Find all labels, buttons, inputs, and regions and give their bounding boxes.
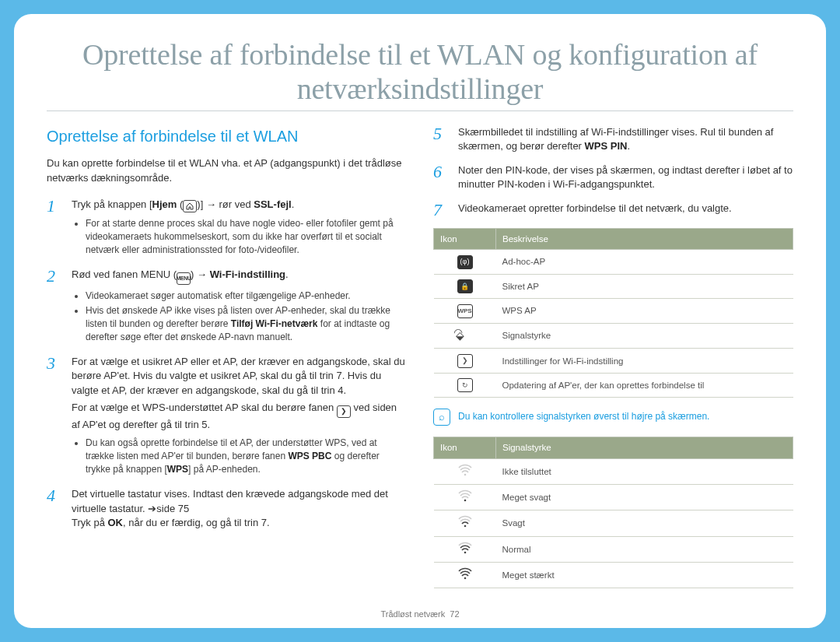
paragraph: For at vælge et usikret AP eller et AP, … bbox=[72, 355, 407, 398]
table-row: Ikke tilsluttet bbox=[434, 458, 793, 484]
paragraph: Det virtuelle tastatur vises. Indtast de… bbox=[72, 487, 407, 516]
step-3: 3 For at vælge et usikret AP eller et AP… bbox=[47, 355, 407, 478]
paragraph: For at vælge et WPS-understøttet AP skal… bbox=[72, 401, 407, 432]
step-number: 7 bbox=[433, 202, 449, 219]
table-row: ⬙◠ Signalstyrke bbox=[434, 323, 793, 349]
wifi-signal-icon bbox=[434, 458, 496, 484]
step-1: 1 Tryk på knappen [Hjem ()] → rør ved SS… bbox=[47, 198, 407, 258]
intro-text: Du kan oprette forbindelse til et WLAN v… bbox=[47, 156, 407, 185]
th-desc: Beskrivelse bbox=[496, 228, 793, 249]
step-number: 6 bbox=[433, 163, 449, 192]
table-row: Meget svagt bbox=[434, 484, 793, 510]
wps-icon: WPS bbox=[457, 304, 473, 318]
step-5: 5 Skærmbilledet til indstilling af Wi-Fi… bbox=[433, 125, 793, 154]
note: ⌕ Du kan kontrollere signalstyrken øvers… bbox=[433, 409, 793, 426]
step-6: 6 Noter den PIN-kode, der vises på skærm… bbox=[433, 163, 793, 192]
chevron-right-icon: ❯ bbox=[337, 405, 351, 418]
footer-page: 72 bbox=[450, 609, 459, 619]
th-icon: Ikon bbox=[434, 437, 496, 458]
menu-icon: MENU bbox=[177, 272, 191, 285]
icon-description-table: Ikon Beskrivelse (φ) Ad-hoc-AP 🔒 Sikret … bbox=[433, 228, 793, 398]
chevron-right-icon: ❯ bbox=[457, 354, 473, 368]
refresh-icon: ↻ bbox=[457, 378, 473, 392]
wifi-signal-icon bbox=[434, 536, 496, 562]
th-icon: Ikon bbox=[434, 228, 496, 249]
table-row: ❯ Indstillinger for Wi-Fi-indstilling bbox=[434, 349, 793, 373]
table-row: (φ) Ad-hoc-AP bbox=[434, 250, 793, 274]
footer-section: Trådløst netværk bbox=[380, 609, 445, 619]
wifi-signal-icon bbox=[434, 510, 496, 536]
step-number: 4 bbox=[47, 487, 62, 530]
table-row: Svagt bbox=[434, 510, 793, 536]
columns: Oprettelse af forbindelse til et WLAN Du… bbox=[47, 125, 793, 599]
table-row: ↻ Opdatering af AP'er, der kan oprettes … bbox=[434, 373, 793, 397]
bullet: Du kan også oprette forbindelse til et A… bbox=[86, 437, 407, 476]
page: Oprettelse af forbindelse til et WLAN og… bbox=[14, 14, 826, 628]
column-right: 5 Skærmbilledet til indstilling af Wi-Fi… bbox=[433, 125, 793, 599]
column-left: Oprettelse af forbindelse til et WLAN Du… bbox=[47, 125, 407, 599]
th-signal: Signalstyrke bbox=[496, 437, 793, 458]
svg-point-1 bbox=[464, 500, 466, 502]
paragraph: Tryk på OK, når du er færdig, og gå til … bbox=[72, 516, 407, 530]
step-number: 1 bbox=[47, 198, 62, 258]
page-title: Oprettelse af forbindelse til et WLAN og… bbox=[47, 37, 793, 111]
bullet: For at starte denne proces skal du have … bbox=[86, 217, 407, 257]
lock-icon: 🔒 bbox=[457, 279, 473, 293]
magnifier-icon: ⌕ bbox=[433, 409, 450, 426]
adhoc-icon: (φ) bbox=[457, 255, 473, 269]
table-row: Meget stærkt bbox=[434, 562, 793, 588]
svg-point-2 bbox=[464, 525, 466, 528]
home-icon bbox=[183, 200, 197, 212]
footer: Trådløst netværk 72 bbox=[14, 609, 826, 619]
bullet: Hvis det ønskede AP ikke vises på listen… bbox=[86, 304, 407, 344]
bullet: Videokameraet søger automatisk efter til… bbox=[86, 289, 407, 303]
step-number: 2 bbox=[47, 268, 62, 346]
wifi-signal-icon bbox=[434, 562, 496, 588]
step-2: 2 Rød ved fanen MENU (MENU) → Wi-Fi-inds… bbox=[47, 268, 407, 346]
step-number: 5 bbox=[433, 125, 449, 154]
svg-point-4 bbox=[464, 577, 466, 580]
wifi-signal-icon bbox=[434, 484, 496, 510]
step-number: 3 bbox=[47, 355, 62, 478]
svg-point-0 bbox=[464, 473, 466, 475]
section-heading: Oprettelse af forbindelse til et WLAN bbox=[47, 125, 407, 147]
step-body: Tryk på knappen [Hjem ()] → rør ved SSL-… bbox=[72, 198, 407, 258]
table-row: WPS WPS AP bbox=[434, 298, 793, 323]
table-row: 🔒 Sikret AP bbox=[434, 274, 793, 298]
signal-strength-table: Ikon Signalstyrke Ikke tilsluttet Meget … bbox=[433, 437, 793, 588]
step-4: 4 Det virtuelle tastatur vises. Indtast … bbox=[47, 487, 407, 530]
step-7: 7 Videokameraet opretter forbindelse til… bbox=[433, 202, 793, 219]
note-text: Du kan kontrollere signalstyrken øverst … bbox=[458, 409, 793, 426]
table-row: Normal bbox=[434, 536, 793, 562]
svg-point-3 bbox=[464, 551, 466, 553]
